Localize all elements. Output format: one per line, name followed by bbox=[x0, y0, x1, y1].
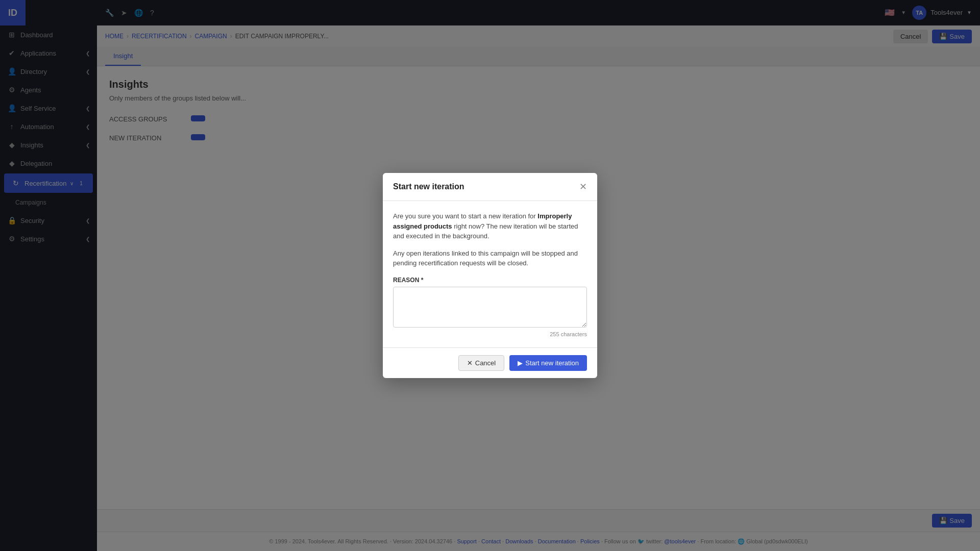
reason-textarea[interactable] bbox=[393, 287, 587, 328]
modal-footer: ✕ Cancel ▶ Start new iteration bbox=[383, 347, 597, 378]
play-icon: ▶ bbox=[518, 359, 523, 367]
modal-header: Start new iteration ✕ bbox=[383, 173, 597, 201]
cancel-x-icon: ✕ bbox=[467, 359, 473, 367]
modal-body: Are you sure you want to start a new ite… bbox=[383, 201, 597, 347]
modal-reason-label: REASON * bbox=[393, 277, 587, 284]
modal-overlay: Start new iteration ✕ Are you sure you w… bbox=[0, 0, 980, 551]
modal-text1: Are you sure you want to start a new ite… bbox=[393, 211, 587, 241]
modal-close-button[interactable]: ✕ bbox=[579, 181, 587, 192]
modal-title: Start new iteration bbox=[393, 182, 464, 191]
modal-text2: Any open iterations linked to this campa… bbox=[393, 248, 587, 268]
modal-text-before: Are you sure you want to start a new ite… bbox=[393, 212, 537, 220]
modal-start-button[interactable]: ▶ Start new iteration bbox=[509, 355, 587, 371]
modal-cancel-button[interactable]: ✕ Cancel bbox=[458, 355, 504, 371]
modal: Start new iteration ✕ Are you sure you w… bbox=[383, 173, 597, 378]
char-count: 255 characters bbox=[393, 331, 587, 337]
